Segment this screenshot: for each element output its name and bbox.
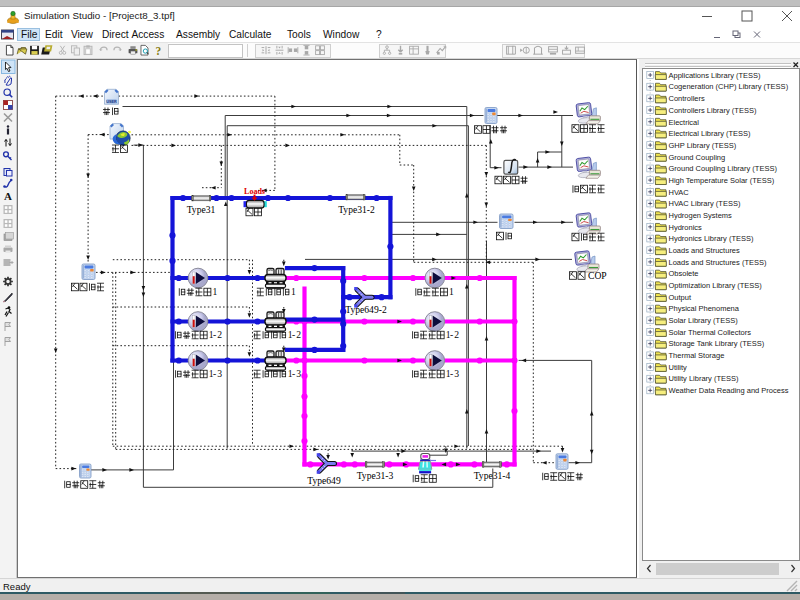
svg-text:3: 3 <box>217 368 222 379</box>
svg-text:Utility Library (TESS): Utility Library (TESS) <box>668 374 739 383</box>
svg-text:Ground Coupling: Ground Coupling <box>668 153 725 162</box>
svg-text:1: 1 <box>290 286 295 297</box>
svg-text:-: - <box>212 329 215 340</box>
svg-text:Type649: Type649 <box>307 474 341 485</box>
svg-text:COP: COP <box>588 270 607 281</box>
svg-text:Storage Tank Library (TESS): Storage Tank Library (TESS) <box>668 339 764 348</box>
svg-text:A: A <box>4 190 12 202</box>
svg-text:GHP Library (TESS): GHP Library (TESS) <box>668 141 736 150</box>
svg-text:Utility: Utility <box>668 363 687 372</box>
svg-text:2: 2 <box>454 329 459 340</box>
svg-text:3: 3 <box>454 368 459 379</box>
svg-text:HVAC: HVAC <box>668 188 689 197</box>
svg-text:Electrical: Electrical <box>668 118 699 127</box>
svg-text:Type31-3: Type31-3 <box>356 469 393 480</box>
svg-text:Obsolete: Obsolete <box>668 269 698 278</box>
svg-text:Controllers Library (TESS): Controllers Library (TESS) <box>668 106 756 115</box>
svg-text:Hydronics Library (TESS): Hydronics Library (TESS) <box>668 234 754 243</box>
svg-text:1: 1 <box>448 286 453 297</box>
svg-text:-: - <box>449 329 452 340</box>
svg-text:Solar Thermal Collectors: Solar Thermal Collectors <box>668 328 751 337</box>
svg-text:Hydronics: Hydronics <box>668 223 702 232</box>
svg-text:1: 1 <box>212 286 217 297</box>
svg-text:3: 3 <box>296 368 301 379</box>
svg-text:Cogeneration (CHP) Library (TE: Cogeneration (CHP) Library (TESS) <box>668 82 788 91</box>
svg-text:2: 2 <box>217 329 222 340</box>
svg-text:Controllers: Controllers <box>668 94 705 103</box>
svg-text:USER: USER <box>106 99 117 103</box>
svg-text:Optimization Library (TESS): Optimization Library (TESS) <box>668 281 762 290</box>
svg-text:Type31-4: Type31-4 <box>473 469 510 480</box>
svg-text:-: - <box>449 368 452 379</box>
svg-text:Loads and Structures (TESS): Loads and Structures (TESS) <box>668 258 766 267</box>
svg-text:?: ? <box>156 45 162 57</box>
svg-text:Thermal Storage: Thermal Storage <box>668 351 724 360</box>
svg-text:Type31-2: Type31-2 <box>338 203 375 214</box>
svg-text:Applications Library (TESS): Applications Library (TESS) <box>668 71 761 80</box>
svg-text:Physical Phenomena: Physical Phenomena <box>668 304 739 313</box>
svg-text:High Temperature Solar (TESS): High Temperature Solar (TESS) <box>668 176 774 185</box>
svg-text:-: - <box>212 368 215 379</box>
svg-text:-: - <box>291 368 294 379</box>
svg-text:Weather Data Reading and Proce: Weather Data Reading and Process <box>668 386 788 395</box>
svg-text:Loads and Structures: Loads and Structures <box>668 246 740 255</box>
svg-text:HVAC Library (TESS): HVAC Library (TESS) <box>668 199 740 208</box>
svg-text:Solar Library (TESS): Solar Library (TESS) <box>668 316 738 325</box>
svg-text:-: - <box>291 329 294 340</box>
svg-text:Type649-2: Type649-2 <box>345 303 387 314</box>
svg-text:Type31: Type31 <box>186 203 215 214</box>
svg-text:Electrical Library (TESS): Electrical Library (TESS) <box>668 129 751 138</box>
svg-text:Hydrogen Systems: Hydrogen Systems <box>668 211 732 220</box>
svg-text:2: 2 <box>296 329 301 340</box>
svg-text:Loads: Loads <box>244 186 265 195</box>
svg-text:Ground Coupling Library (TESS): Ground Coupling Library (TESS) <box>668 164 777 173</box>
svg-text:Output: Output <box>668 293 691 302</box>
